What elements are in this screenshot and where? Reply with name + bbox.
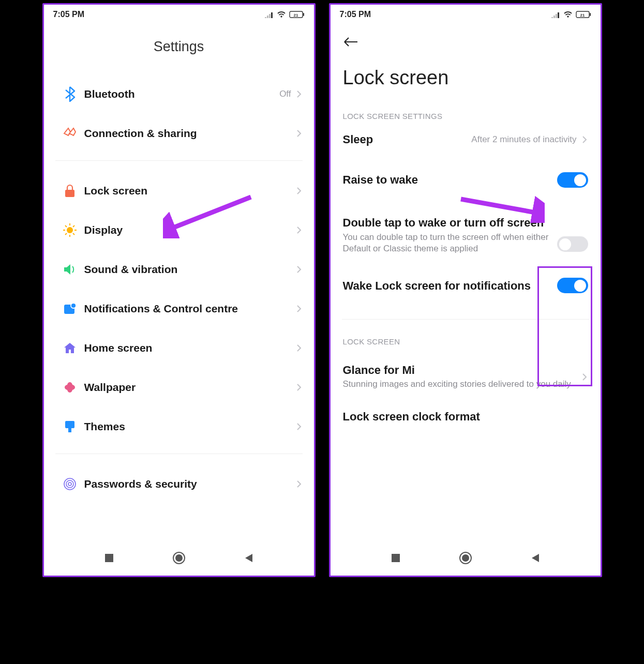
status-icons: 21 [551, 11, 591, 18]
divider [342, 319, 589, 320]
divider [55, 454, 303, 454]
settings-item-connection[interactable]: Connection & sharing [53, 114, 305, 153]
chevron-right-icon [296, 128, 303, 139]
settings-item-homescreen[interactable]: Home screen [53, 328, 305, 368]
nav-home[interactable] [458, 551, 473, 567]
connection-icon [62, 127, 78, 140]
subtitle: Stunning images and exciting stories del… [343, 379, 575, 390]
label: Connection & sharing [84, 127, 292, 140]
status-bar: 7:05 PM 21 [331, 5, 601, 24]
setting-clock-format[interactable]: Lock screen clock format [340, 400, 591, 431]
label: Glance for Mi [343, 364, 575, 377]
svg-rect-21 [105, 554, 113, 562]
label: Themes [84, 420, 292, 433]
lock-icon [64, 184, 76, 198]
label: Bluetooth [84, 88, 276, 100]
setting-raise-to-wake[interactable]: Raise to wake [340, 161, 591, 202]
nav-home[interactable] [172, 551, 186, 567]
battery-icon: 21 [576, 11, 591, 18]
nav-bar [331, 546, 601, 576]
label: Wallpaper [84, 381, 292, 394]
label: Lock screen [84, 185, 292, 197]
notification-icon [63, 303, 77, 315]
setting-wake-lock[interactable]: Wake Lock screen for notifications [340, 265, 591, 304]
settings-item-wallpaper[interactable]: Wallpaper [53, 368, 305, 407]
setting-double-tap[interactable]: Double tap to wake or turn off screen Yo… [340, 202, 591, 265]
svg-text:21: 21 [293, 13, 298, 18]
themes-icon [63, 420, 77, 433]
status-time: 7:05 PM [340, 10, 371, 19]
chevron-right-icon [296, 382, 303, 393]
chevron-right-icon [296, 186, 303, 196]
page-title: Lock screen [340, 64, 591, 107]
wifi-icon [563, 11, 573, 18]
svg-rect-16 [68, 428, 71, 432]
chevron-right-icon [582, 372, 588, 382]
svg-point-24 [567, 16, 568, 17]
svg-line-11 [65, 233, 67, 235]
svg-line-9 [65, 225, 67, 227]
chevron-right-icon [296, 225, 303, 235]
chevron-right-icon [582, 134, 588, 145]
toggle-double-tap[interactable] [557, 236, 588, 252]
label: Wake Lock screen for notifications [343, 279, 550, 293]
battery-icon: 21 [289, 11, 305, 18]
settings-item-lockscreen[interactable]: Lock screen [53, 171, 305, 210]
svg-rect-29 [392, 554, 400, 562]
chevron-right-icon [296, 89, 303, 99]
label: Sound & vibration [84, 263, 292, 276]
settings-item-display[interactable]: Display [53, 210, 305, 250]
section-header: LOCK SCREEN SETTINGS [340, 107, 591, 131]
label: Home screen [84, 342, 292, 354]
svg-point-23 [175, 554, 183, 562]
subtitle: You can double tap to turn the screen of… [343, 232, 550, 255]
label: Notifications & Control centre [84, 303, 292, 315]
chevron-right-icon [296, 304, 303, 314]
svg-rect-15 [65, 421, 74, 428]
settings-item-passwords[interactable]: Passwords & security [53, 464, 305, 504]
settings-item-bluetooth[interactable]: Bluetooth Off [53, 74, 305, 114]
nav-recent[interactable] [390, 552, 401, 566]
home-icon [63, 342, 77, 354]
nav-back[interactable] [530, 552, 541, 566]
svg-point-0 [280, 16, 282, 17]
svg-text:21: 21 [580, 13, 585, 18]
svg-rect-2 [303, 13, 304, 16]
label: Raise to wake [343, 173, 550, 187]
phone-right: 7:05 PM 21 Lock screen LOCK SCREEN SETTI… [329, 3, 602, 577]
chevron-right-icon [296, 264, 303, 275]
svg-point-19 [68, 482, 71, 486]
svg-point-14 [71, 303, 76, 308]
label: Lock screen clock format [343, 410, 581, 424]
value: Off [279, 89, 291, 99]
settings-item-sound[interactable]: Sound & vibration [53, 250, 305, 289]
nav-recent[interactable] [103, 552, 115, 566]
svg-line-12 [73, 225, 74, 227]
settings-item-notifications[interactable]: Notifications & Control centre [53, 289, 305, 328]
svg-point-4 [67, 227, 73, 233]
status-bar: 7:05 PM 21 [44, 5, 314, 24]
section-header: LOCK SCREEN [340, 332, 591, 356]
label: Passwords & security [84, 478, 292, 490]
bluetooth-icon [63, 86, 77, 102]
setting-glance[interactable]: Glance for Mi Stunning images and exciti… [340, 356, 591, 400]
setting-sleep[interactable]: Sleep After 2 minutes of inactivity [340, 131, 591, 161]
label: Display [84, 224, 292, 236]
sun-icon [63, 223, 77, 237]
nav-back[interactable] [243, 552, 254, 566]
svg-rect-26 [590, 13, 591, 16]
back-button[interactable] [343, 40, 358, 49]
fingerprint-icon [63, 477, 77, 491]
page-title: Settings [53, 24, 305, 74]
phone-left: 7:05 PM 21 Settings Bluetooth Off Connec… [42, 3, 316, 577]
wifi-icon [277, 11, 286, 18]
value: After 2 minutes of inactivity [471, 134, 576, 145]
toggle-wake-lock[interactable] [557, 278, 588, 293]
svg-line-10 [73, 233, 74, 235]
sound-icon [63, 263, 77, 276]
chevron-right-icon [296, 479, 303, 489]
label: Double tap to wake or turn off screen [343, 216, 550, 230]
chevron-right-icon [296, 421, 303, 432]
toggle-raise-to-wake[interactable] [557, 172, 588, 188]
settings-item-themes[interactable]: Themes [53, 407, 305, 446]
